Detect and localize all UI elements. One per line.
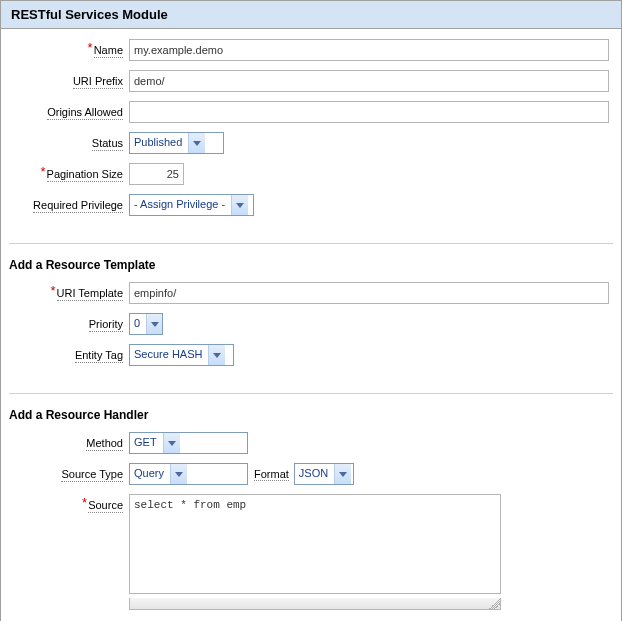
- label-source-type: Source Type: [9, 463, 129, 485]
- label-privilege: Required Privilege: [9, 194, 129, 216]
- row-source: *Source: [9, 494, 613, 610]
- source-type-select[interactable]: Query: [129, 463, 248, 485]
- row-status: Status Published: [9, 132, 613, 154]
- pagination-input[interactable]: [129, 163, 184, 185]
- required-marker: *: [88, 40, 93, 55]
- uri-prefix-input[interactable]: [129, 70, 609, 92]
- source-textarea[interactable]: [129, 494, 501, 594]
- required-marker: *: [82, 495, 87, 510]
- chevron-down-icon: [334, 464, 351, 484]
- row-priority: Priority 0: [9, 313, 613, 335]
- chevron-down-icon: [170, 464, 187, 484]
- row-source-type: Source Type Query Format JSON: [9, 463, 613, 485]
- chevron-down-icon: [208, 345, 225, 365]
- section-template: Add a Resource Template *URI Template Pr…: [9, 243, 613, 393]
- row-uri-template: *URI Template: [9, 282, 613, 304]
- label-pagination: *Pagination Size: [9, 163, 129, 185]
- uri-template-input[interactable]: [129, 282, 609, 304]
- resize-grip-icon: [488, 598, 500, 610]
- label-uri-template: *URI Template: [9, 282, 129, 304]
- label-name: *Name: [9, 39, 129, 61]
- required-marker: *: [40, 164, 45, 179]
- privilege-select-value: - Assign Privilege -: [130, 195, 231, 215]
- row-pagination: *Pagination Size: [9, 163, 613, 185]
- row-method: Method GET: [9, 432, 613, 454]
- label-status: Status: [9, 132, 129, 154]
- source-type-select-value: Query: [130, 464, 170, 484]
- label-format: Format: [254, 468, 289, 481]
- label-etag: Entity Tag: [9, 344, 129, 366]
- row-privilege: Required Privilege - Assign Privilege -: [9, 194, 613, 216]
- section-handler: Add a Resource Handler Method GET Source…: [9, 393, 613, 621]
- row-name: *Name: [9, 39, 613, 61]
- label-source: *Source: [9, 494, 129, 516]
- priority-select-value: 0: [130, 314, 146, 334]
- textarea-resize-bar[interactable]: [129, 598, 501, 610]
- label-method: Method: [9, 432, 129, 454]
- priority-select[interactable]: 0: [129, 313, 163, 335]
- privilege-select[interactable]: - Assign Privilege -: [129, 194, 254, 216]
- chevron-down-icon: [163, 433, 180, 453]
- row-origins: Origins Allowed: [9, 101, 613, 123]
- origins-input[interactable]: [129, 101, 609, 123]
- method-select-value: GET: [130, 433, 163, 453]
- format-select[interactable]: JSON: [294, 463, 354, 485]
- label-uri-prefix: URI Prefix: [9, 70, 129, 92]
- row-etag: Entity Tag Secure HASH: [9, 344, 613, 366]
- section-module: *Name URI Prefix Origins Allowed: [9, 39, 613, 243]
- module-panel: RESTful Services Module *Name URI Prefix: [0, 0, 622, 621]
- etag-select-value: Secure HASH: [130, 345, 208, 365]
- label-origins: Origins Allowed: [9, 101, 129, 123]
- page-title: RESTful Services Module: [1, 1, 621, 29]
- chevron-down-icon: [231, 195, 248, 215]
- etag-select[interactable]: Secure HASH: [129, 344, 234, 366]
- required-marker: *: [51, 283, 56, 298]
- section-template-title: Add a Resource Template: [9, 258, 613, 272]
- method-select[interactable]: GET: [129, 432, 248, 454]
- status-select[interactable]: Published: [129, 132, 224, 154]
- row-uri-prefix: URI Prefix: [9, 70, 613, 92]
- name-input[interactable]: [129, 39, 609, 61]
- label-priority: Priority: [9, 313, 129, 335]
- section-handler-title: Add a Resource Handler: [9, 408, 613, 422]
- chevron-down-icon: [188, 133, 205, 153]
- format-select-value: JSON: [295, 464, 334, 484]
- form-body: *Name URI Prefix Origins Allowed: [1, 29, 621, 621]
- status-select-value: Published: [130, 133, 188, 153]
- chevron-down-icon: [146, 314, 162, 334]
